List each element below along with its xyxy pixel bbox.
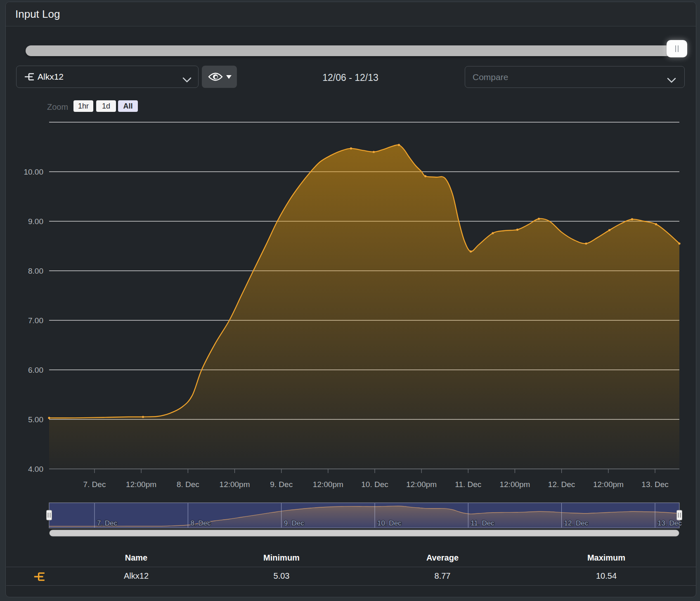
caret-down-icon xyxy=(226,75,232,79)
top-range-slider-thumb[interactable] xyxy=(667,40,687,57)
table-cell-average: 8.77 xyxy=(381,571,504,581)
svg-text:6.00: 6.00 xyxy=(28,366,43,374)
zoom-label: Zoom xyxy=(47,102,68,112)
zoom-button-all[interactable]: All xyxy=(118,100,138,112)
svg-text:11. Dec: 11. Dec xyxy=(471,519,494,527)
table-header-name: Name xyxy=(74,553,198,563)
svg-text:13. Dec: 13. Dec xyxy=(641,480,668,489)
svg-text:10. Dec: 10. Dec xyxy=(361,480,388,489)
zoom-button-1hr[interactable]: 1hr xyxy=(73,100,93,112)
svg-text:9. Dec: 9. Dec xyxy=(270,480,293,489)
svg-text:7. Dec: 7. Dec xyxy=(97,519,118,527)
svg-text:9.00: 9.00 xyxy=(28,217,43,226)
svg-text:12:00pm: 12:00pm xyxy=(126,480,156,489)
series-select-value: Alkx12 xyxy=(38,72,64,82)
top-range-slider-track[interactable] xyxy=(26,45,687,56)
table-header-average: Average xyxy=(381,553,504,563)
svg-text:10. Dec: 10. Dec xyxy=(377,519,402,527)
svg-text:11. Dec: 11. Dec xyxy=(455,480,481,489)
svg-text:12:00pm: 12:00pm xyxy=(220,480,250,489)
svg-text:7. Dec: 7. Dec xyxy=(83,480,106,489)
table-cell-name: Alkx12 xyxy=(74,571,198,581)
table-cell-minimum: 5.03 xyxy=(220,571,343,581)
panel-title: Input Log xyxy=(15,8,60,21)
zoom-button-1d[interactable]: 1d xyxy=(96,100,116,112)
panel-header: Input Log xyxy=(6,2,696,26)
svg-text:12. Dec: 12. Dec xyxy=(548,480,575,489)
svg-text:9. Dec: 9. Dec xyxy=(284,519,305,527)
table-cell-maximum: 10.54 xyxy=(544,571,668,581)
svg-text:13. Dec: 13. Dec xyxy=(657,519,682,527)
svg-text:4.00: 4.00 xyxy=(28,465,43,473)
table-row[interactable]: Alkx12 5.03 8.77 10.54 xyxy=(6,568,696,586)
svg-text:10.00: 10.00 xyxy=(24,168,43,176)
series-glyph-icon xyxy=(33,571,47,584)
svg-text:7.00: 7.00 xyxy=(28,316,43,325)
svg-text:8. Dec: 8. Dec xyxy=(190,519,211,527)
chevron-down-icon xyxy=(182,75,192,85)
input-log-panel: Input Log Alkx12 12/06 - 12/13 Compare Z… xyxy=(5,2,696,597)
eye-icon xyxy=(208,71,223,82)
table-header-maximum: Maximum xyxy=(544,553,668,563)
compare-select[interactable]: Compare xyxy=(465,66,685,88)
svg-text:12:00pm: 12:00pm xyxy=(593,480,624,489)
compare-placeholder: Compare xyxy=(473,72,508,82)
svg-text:8. Dec: 8. Dec xyxy=(177,480,199,489)
date-range-label: 12/06 - 12/13 xyxy=(309,72,392,83)
chevron-down-icon xyxy=(667,75,676,85)
svg-text:12. Dec: 12. Dec xyxy=(564,519,589,527)
svg-text:12:00pm: 12:00pm xyxy=(499,480,530,489)
slider-grip-icon xyxy=(675,45,676,52)
svg-text:12:00pm: 12:00pm xyxy=(313,480,343,489)
area-chart: 7. Dec12:00pm8. Dec12:00pm9. Dec12:00pm1… xyxy=(6,2,697,598)
visibility-button[interactable] xyxy=(202,66,237,88)
svg-text:5.00: 5.00 xyxy=(28,415,43,424)
table-header-minimum: Minimum xyxy=(220,553,343,563)
slider-grip-icon xyxy=(678,45,679,52)
svg-text:8.00: 8.00 xyxy=(28,267,43,275)
series-glyph-icon xyxy=(24,72,37,82)
series-select[interactable]: Alkx12 xyxy=(16,66,199,88)
svg-text:12:00pm: 12:00pm xyxy=(406,480,437,489)
table-header-row: Name Minimum Average Maximum xyxy=(6,550,696,567)
